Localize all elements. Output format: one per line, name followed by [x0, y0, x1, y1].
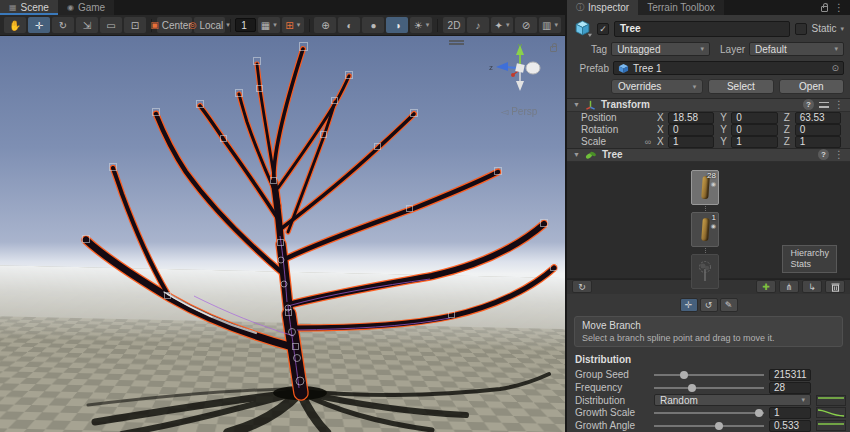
- rotate-branch-tool[interactable]: ↺: [700, 298, 718, 312]
- prefab-target-icon[interactable]: ⊙: [831, 63, 839, 73]
- frequency-field[interactable]: 28: [769, 382, 811, 394]
- chevron-down-icon: ▾: [297, 21, 301, 29]
- pan-tool-button[interactable]: ✋: [4, 17, 26, 33]
- constrain-proportions-icon[interactable]: ∞: [641, 137, 655, 147]
- camera-settings-dropdown[interactable]: ▥▾: [539, 17, 561, 33]
- position-z-field[interactable]: 63.53: [795, 112, 841, 124]
- pivot-mode-dropdown[interactable]: ▣ Center ▾: [157, 17, 192, 33]
- space-icon: ◎: [189, 20, 197, 30]
- presets-icon[interactable]: [819, 101, 829, 109]
- select-button[interactable]: Select: [708, 79, 773, 94]
- scene-fx-dropdown[interactable]: ✦▾: [491, 17, 513, 33]
- scale-x-field[interactable]: 1: [668, 136, 714, 148]
- static-checkbox[interactable]: [795, 23, 807, 35]
- shading-mode-button[interactable]: ⊕: [314, 17, 336, 33]
- gizmo-lock-icon: [550, 46, 557, 52]
- distribution-dropdown[interactable]: Random ▾: [654, 394, 811, 406]
- tab-game[interactable]: ◉ Game: [58, 0, 114, 15]
- eye-icon[interactable]: ◉: [711, 180, 716, 187]
- transform-header[interactable]: ▼ Transform ? ⋮: [567, 98, 850, 112]
- scene-viewport[interactable]: y z ◅ Persp: [0, 36, 565, 432]
- lighting-icon: ◐: [346, 20, 352, 31]
- rotate-tool-button[interactable]: ↻: [52, 17, 74, 33]
- tab-inspector[interactable]: ⓘ Inspector: [567, 0, 638, 15]
- tree-node-branch-group-2[interactable]: 28 ◉: [691, 170, 719, 205]
- space-mode-dropdown[interactable]: ◎ Local ▾: [194, 17, 225, 33]
- duplicate-node-button[interactable]: ↳: [802, 280, 822, 293]
- static-dropdown-icon[interactable]: ▾: [840, 25, 844, 33]
- position-y-field[interactable]: 0: [731, 112, 777, 124]
- group-seed-field[interactable]: 215311: [769, 369, 811, 381]
- refresh-icon: ↻: [578, 282, 586, 292]
- lock-icon[interactable]: [821, 6, 828, 12]
- growth-angle-curve-preview[interactable]: [816, 420, 846, 431]
- gameobject-name-field[interactable]: Tree: [614, 21, 790, 37]
- active-checkbox[interactable]: ✓: [597, 23, 609, 35]
- add-leaf-group-button[interactable]: ✚: [756, 280, 776, 293]
- 2d-mode-button[interactable]: 2D: [443, 17, 465, 33]
- frequency-slider[interactable]: [654, 381, 764, 394]
- kebab-menu-icon[interactable]: ⋮: [834, 2, 844, 13]
- tab-scene[interactable]: ▦ Scene: [0, 0, 58, 15]
- growth-scale-curve-preview[interactable]: [816, 407, 846, 418]
- tab-game-label: Game: [78, 2, 105, 13]
- foldout-icon[interactable]: ▼: [573, 101, 580, 108]
- growth-scale-field[interactable]: 1: [769, 407, 811, 419]
- overlay-handle[interactable]: [449, 40, 464, 45]
- position-x-field[interactable]: 18.58: [668, 112, 714, 124]
- toolbar-separator: [230, 19, 231, 32]
- transform-tool-button[interactable]: ⊡: [124, 17, 146, 33]
- move-tool-button[interactable]: ✛: [28, 17, 50, 33]
- help-icon[interactable]: ?: [803, 99, 814, 110]
- rect-tool-button[interactable]: ▭: [100, 17, 122, 33]
- tag-dropdown[interactable]: Untagged ▾: [611, 42, 710, 56]
- scale-tool-button[interactable]: ⇲: [76, 17, 98, 33]
- tree-hierarchy-panel[interactable]: 28 ◉ 1 ◉ Hierarchy: [567, 162, 850, 279]
- axis-y-label: Y: [720, 136, 729, 147]
- delete-node-button[interactable]: [825, 280, 845, 293]
- kebab-menu-icon[interactable]: ⋮: [834, 149, 844, 160]
- eye-icon[interactable]: ◉: [711, 222, 716, 229]
- tree-component-header[interactable]: ▼ Tree ? ⋮: [567, 148, 850, 162]
- effects-menu-dropdown[interactable]: ☀▾: [410, 17, 432, 33]
- scene-lighting-button[interactable]: ◐: [338, 17, 360, 33]
- scale-y-field[interactable]: 1: [731, 136, 777, 148]
- snap-settings-dropdown[interactable]: ⊞▾: [282, 17, 304, 33]
- tree-node-root[interactable]: [691, 254, 719, 289]
- tab-terrain-toolbox[interactable]: Terrain Toolbox: [638, 0, 724, 15]
- freehand-branch-tool[interactable]: ✎: [720, 298, 738, 312]
- audio-mute-button[interactable]: ♪: [467, 17, 489, 33]
- scene-audio-button[interactable]: ●: [362, 17, 384, 33]
- group-seed-slider[interactable]: [654, 368, 764, 381]
- position-label: Position: [581, 112, 639, 123]
- snap-icon: ⊞: [285, 20, 293, 31]
- rotation-x-field[interactable]: 0: [668, 124, 714, 136]
- growth-scale-slider[interactable]: [654, 406, 764, 419]
- foldout-icon[interactable]: ▼: [573, 151, 580, 158]
- hidden-objects-button[interactable]: ⊘: [515, 17, 537, 33]
- tree-node-branch-group-1[interactable]: 1 ◉: [691, 212, 719, 247]
- grid-visibility-dropdown[interactable]: ▦▾: [258, 17, 280, 33]
- rotation-z-field[interactable]: 0: [795, 124, 841, 136]
- add-branch-group-button[interactable]: ⋔: [779, 280, 799, 293]
- layer-dropdown[interactable]: Default ▾: [749, 42, 844, 56]
- projection-label[interactable]: ◅ Persp: [487, 106, 551, 117]
- scene-effects-button[interactable]: ◑: [386, 17, 408, 33]
- prefab-field[interactable]: Tree 1 ⊙: [613, 61, 844, 75]
- overrides-dropdown[interactable]: Overrides ▾: [611, 79, 703, 94]
- growth-angle-field[interactable]: 0.533: [769, 420, 811, 432]
- gameobject-cube-icon[interactable]: [573, 19, 592, 38]
- scale-z-field[interactable]: 1: [795, 136, 841, 148]
- move-branch-tool[interactable]: ✛: [680, 298, 698, 312]
- snap-increment-field[interactable]: 1: [235, 18, 255, 32]
- kebab-menu-icon[interactable]: ⋮: [834, 99, 844, 110]
- prefab-label: Prefab: [573, 63, 609, 74]
- distribution-curve-preview[interactable]: [816, 395, 846, 406]
- scene-gizmo[interactable]: y z ◅ Persp: [487, 40, 557, 124]
- chevron-down-icon: ▾: [554, 21, 558, 29]
- open-button[interactable]: Open: [779, 79, 844, 94]
- rotation-y-field[interactable]: 0: [731, 124, 777, 136]
- growth-angle-slider[interactable]: [654, 419, 764, 432]
- help-icon[interactable]: ?: [818, 149, 829, 160]
- refresh-button[interactable]: ↻: [572, 280, 592, 293]
